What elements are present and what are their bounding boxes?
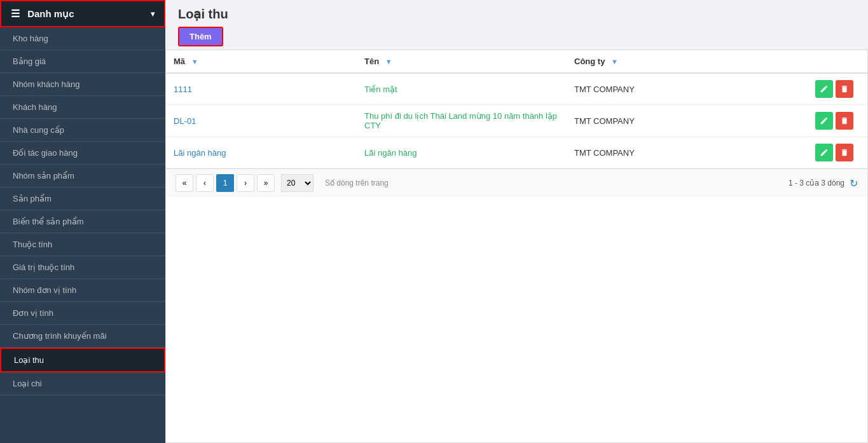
pagination-summary-text: 1 - 3 của 3 dòng (789, 179, 844, 187)
add-button[interactable]: Thêm (178, 27, 223, 46)
cell-cty-2: TMT COMPANY (567, 137, 804, 168)
sidebar-item-bang-gia[interactable]: Bảng giá (0, 50, 165, 73)
pagination-summary: 1 - 3 của 3 dòng ↻ (789, 177, 858, 189)
data-table-container: Mã ▼ Tên ▼ Công ty ▼ 1111Tiền mặtTMT COM… (165, 50, 868, 443)
sidebar-item-doi-tac-giao-hang[interactable]: Đối tác giao hàng (0, 142, 165, 165)
table-row: 1111Tiền mặtTMT COMPANY (166, 73, 867, 105)
cell-ten-0: Tiền mặt (357, 73, 567, 105)
pagination-next-btn[interactable]: › (237, 174, 254, 192)
sidebar-item-khach-hang[interactable]: Khách hàng (0, 96, 165, 119)
filter-ma-icon[interactable]: ▼ (191, 58, 198, 65)
filter-ten-icon[interactable]: ▼ (385, 58, 392, 65)
sidebar-item-loai-thu[interactable]: Loại thu (0, 348, 165, 372)
edit-button-1[interactable] (815, 112, 833, 130)
table-header-row: Mã ▼ Tên ▼ Công ty ▼ (166, 50, 867, 73)
menu-icon: ☰ (11, 8, 20, 19)
sidebar-item-gia-tri-thuoc-tinh[interactable]: Giá trị thuộc tính (0, 256, 165, 279)
sidebar-item-don-vi-tinh[interactable]: Đơn vị tính (0, 302, 165, 325)
main-content: Loại thu Thêm Mã ▼ Tên ▼ Công ty ▼ (165, 0, 868, 443)
sidebar: ☰ Danh mục ▾ Kho hàngBảng giáNhóm khách … (0, 0, 165, 443)
col-header-ten[interactable]: Tên ▼ (357, 50, 567, 73)
sidebar-item-kho-hang[interactable]: Kho hàng (0, 27, 165, 50)
sidebar-item-loai-chi[interactable]: Loại chi (0, 372, 165, 395)
cell-cty-1: TMT COMPANY (567, 105, 804, 137)
cell-action-2 (804, 137, 867, 168)
page-header: Loại thu Thêm (165, 0, 868, 50)
delete-button-2[interactable] (836, 144, 853, 161)
refresh-icon[interactable]: ↻ (850, 177, 858, 189)
cell-ten-2: Lãi ngân hàng (357, 137, 567, 168)
pagination-prev-btn[interactable]: ‹ (196, 174, 214, 192)
sidebar-header-label: Danh mục (27, 8, 74, 19)
sidebar-header[interactable]: ☰ Danh mục ▾ (0, 0, 165, 27)
pagination-last-btn[interactable]: » (257, 174, 275, 192)
col-header-cong-ty[interactable]: Công ty ▼ (567, 50, 804, 73)
table-row: DL-01Thu phí đi du lịch Thái Land mừng 1… (166, 105, 867, 137)
cell-ma-1: DL-01 (166, 105, 357, 137)
table-row: Lãi ngân hàngLãi ngân hàngTMT COMPANY (166, 137, 867, 168)
data-table: Mã ▼ Tên ▼ Công ty ▼ 1111Tiền mặtTMT COM… (166, 50, 867, 168)
chevron-down-icon: ▾ (151, 10, 155, 18)
rows-per-page-label: Số dòng trên trang (325, 179, 389, 187)
sidebar-item-san-pham[interactable]: Sản phẩm (0, 187, 165, 210)
cell-cty-0: TMT COMPANY (567, 73, 804, 105)
sidebar-item-bien-the-san-pham[interactable]: Biến thể sản phẩm (0, 210, 165, 233)
sidebar-item-nhom-don-vi-tinh[interactable]: Nhóm đơn vị tính (0, 279, 165, 302)
cell-ten-1: Thu phí đi du lịch Thái Land mừng 10 năm… (357, 105, 567, 137)
delete-button-0[interactable] (836, 80, 853, 98)
cell-ma-2: Lãi ngân hàng (166, 137, 357, 168)
delete-button-1[interactable] (836, 112, 853, 130)
pagination-page-1-btn[interactable]: 1 (216, 174, 234, 192)
cell-ma-0: 1111 (166, 73, 357, 105)
sidebar-item-nha-cung-cap[interactable]: Nhà cung cấp (0, 119, 165, 142)
sidebar-item-nhom-khach-hang[interactable]: Nhóm khách hàng (0, 73, 165, 96)
col-header-action (804, 50, 867, 73)
sidebar-item-chuong-trinh-khuyen-mai[interactable]: Chương trình khuyến mãi (0, 325, 165, 348)
cell-action-0 (804, 73, 867, 105)
sidebar-item-nhom-san-pham[interactable]: Nhóm sản phẩm (0, 165, 165, 187)
per-page-select[interactable]: 2050100 (281, 174, 313, 192)
pagination-bar: « ‹ 1 › » 2050100 Số dòng trên trang 1 -… (166, 168, 867, 197)
pagination-first-btn[interactable]: « (176, 174, 193, 192)
cell-action-1 (804, 105, 867, 137)
edit-button-0[interactable] (815, 80, 833, 98)
edit-button-2[interactable] (815, 144, 833, 161)
filter-cty-icon[interactable]: ▼ (611, 58, 618, 65)
page-title: Loại thu (178, 6, 855, 22)
col-header-ma[interactable]: Mã ▼ (166, 50, 357, 73)
sidebar-item-thuoc-tinh[interactable]: Thuộc tính (0, 233, 165, 256)
